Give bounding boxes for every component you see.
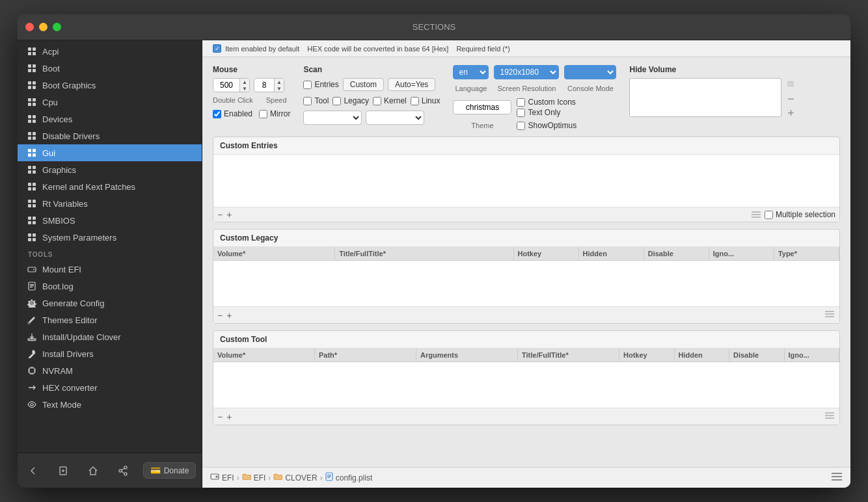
required-field-note: Required field (*) <box>456 45 510 53</box>
sidebar-item-nvram[interactable]: NVRAM <box>18 362 202 379</box>
new-doc-button[interactable] <box>53 461 73 481</box>
sidebar-item-text-mode[interactable]: Text Mode <box>18 396 202 413</box>
tool-plus-icon[interactable]: + <box>226 412 232 422</box>
theme-input[interactable] <box>453 100 511 114</box>
sidebar-item-rt-variables[interactable]: Rt Variables <box>18 195 202 212</box>
breadcrumb-efi-disk[interactable]: EFI <box>210 472 234 483</box>
sidebar-item-graphics[interactable]: Graphics <box>18 161 202 178</box>
sidebar-item-install-drivers[interactable]: Install Drivers <box>18 345 202 362</box>
multiple-selection-group[interactable]: Multiple selection <box>765 210 835 219</box>
grid-icon <box>27 165 37 175</box>
sidebar-item-gui[interactable]: Gui <box>18 144 202 161</box>
kernel-checkbox[interactable] <box>373 97 381 105</box>
plus-button[interactable]: + <box>784 107 797 120</box>
sidebar-item-boot-log[interactable]: Boot.log <box>18 278 202 295</box>
show-optimus-checkbox[interactable] <box>517 122 525 130</box>
sidebar-item-kernel[interactable]: Kernel and Kext Patches <box>18 178 202 195</box>
sidebar-item-install-clover[interactable]: Install/Update Clover <box>18 328 202 345</box>
sidebar-item-boot-graphics[interactable]: Boot Graphics <box>18 77 202 94</box>
scan-select1[interactable] <box>303 111 362 125</box>
spinbox-up[interactable]: ▲ <box>240 79 249 85</box>
sidebar-item-label: Boot.log <box>42 282 74 291</box>
sidebar-item-boot[interactable]: Boot <box>18 60 202 77</box>
mirror-checkbox-group[interactable]: Mirror <box>259 109 290 118</box>
resolution-select[interactable]: 1920x1080 <box>494 65 559 79</box>
share-button[interactable] <box>113 461 133 481</box>
breadcrumb-config-plist[interactable]: config.plist <box>325 472 373 483</box>
double-click-spinbox[interactable]: ▲ ▼ <box>213 78 250 92</box>
enabled-checkbox-group[interactable]: Enabled <box>213 109 252 118</box>
text-only-checkbox[interactable] <box>517 109 525 117</box>
disk-icon <box>210 472 219 483</box>
custom-icons-group[interactable]: Custom Icons <box>517 98 575 107</box>
custom-button[interactable]: Custom <box>343 78 384 91</box>
breadcrumb-clover-folder[interactable]: CLOVER <box>273 473 317 482</box>
speed-spinbox[interactable]: ▲ ▼ <box>254 78 284 92</box>
entries-group[interactable]: Entries <box>303 80 338 89</box>
custom-tool-table-header: Volume* Path* Arguments Title/FullTitle*… <box>213 349 839 362</box>
scan-select2[interactable] <box>366 111 424 125</box>
maximize-button[interactable] <box>53 23 61 31</box>
legacy-minus-icon[interactable]: − <box>217 310 223 321</box>
spinbox-down2[interactable]: ▼ <box>275 85 284 92</box>
mirror-checkbox[interactable] <box>259 110 267 118</box>
legacy-group[interactable]: Legacy <box>332 96 369 105</box>
speed-input[interactable] <box>254 79 274 91</box>
home-button[interactable] <box>83 461 103 481</box>
sidebar-item-mount-efi[interactable]: Mount EFI <box>18 261 202 278</box>
legacy-checkbox[interactable] <box>332 97 341 105</box>
tool-col-path: Path* <box>315 349 416 362</box>
entries-plus-icon[interactable]: + <box>226 209 232 220</box>
donate-button[interactable]: 💳 Donate <box>143 462 197 479</box>
text-only-group[interactable]: Text Only <box>517 108 575 117</box>
sidebar-item-smbios[interactable]: SMBIOS <box>18 212 202 229</box>
entries-checkbox[interactable] <box>303 81 312 89</box>
custom-entries-footer: − + Multiple selection <box>213 207 839 222</box>
paypal-icon: 💳 <box>150 466 161 475</box>
back-button[interactable] <box>23 461 43 481</box>
breadcrumb-efi-folder[interactable]: EFI <box>242 473 266 482</box>
sidebar-item-acpi[interactable]: Acpi <box>18 43 202 60</box>
console-mode-select[interactable] <box>564 65 616 79</box>
close-button[interactable] <box>25 23 34 31</box>
auto-yes-button[interactable]: Auto=Yes <box>388 78 435 91</box>
sidebar-item-themes-editor[interactable]: Themes Editor <box>18 311 202 328</box>
col-disable: Disable <box>644 247 709 260</box>
sidebar-item-disable-drivers[interactable]: Disable Drivers <box>18 127 202 144</box>
linux-checkbox[interactable] <box>411 97 419 105</box>
tool-group[interactable]: Tool <box>303 96 329 105</box>
sidebar: Acpi Boot Boot Graphics Cpu Devices <box>18 40 202 488</box>
sidebar-item-cpu[interactable]: Cpu <box>18 94 202 111</box>
minus-button[interactable]: − <box>784 92 797 105</box>
svg-rect-8 <box>29 368 34 373</box>
tool-checkbox[interactable] <box>303 97 312 105</box>
sidebar-item-generate-config[interactable]: Generate Config <box>18 295 202 311</box>
svg-point-6 <box>28 322 30 324</box>
sidebar-item-devices[interactable]: Devices <box>18 111 202 127</box>
linux-group[interactable]: Linux <box>411 96 441 105</box>
hide-volume-group: Hide Volume − + <box>629 65 797 120</box>
show-optimus-group[interactable]: ShowOptimus <box>517 121 576 130</box>
tool-minus-icon[interactable]: − <box>217 412 223 422</box>
spinbox-down[interactable]: ▼ <box>240 85 249 92</box>
spinbox-up2[interactable]: ▲ <box>275 79 284 85</box>
sidebar-item-label: Mount EFI <box>42 265 81 274</box>
main-content: Acpi Boot Boot Graphics Cpu Devices <box>18 40 850 488</box>
legacy-plus-icon[interactable]: + <box>226 310 232 321</box>
menu-icon[interactable] <box>831 472 843 484</box>
sidebar-item-hex-converter[interactable]: HEX converter <box>18 379 202 396</box>
sidebar-item-system-parameters[interactable]: System Parameters <box>18 229 202 246</box>
spinbox-arrows: ▲ ▼ <box>239 79 249 92</box>
multiple-selection-checkbox[interactable] <box>765 211 773 219</box>
drag-handle-icon <box>750 209 762 220</box>
entries-minus-icon[interactable]: − <box>217 209 223 220</box>
custom-icons-checkbox[interactable] <box>517 98 525 107</box>
top-bar: Item enabled by default HEX code will be… <box>202 40 850 57</box>
language-select[interactable]: en <box>453 65 489 79</box>
double-click-input[interactable] <box>213 79 239 91</box>
kernel-group[interactable]: Kernel <box>373 96 407 105</box>
minimize-button[interactable] <box>39 23 47 31</box>
enabled-checkbox[interactable] <box>213 110 221 118</box>
item-enabled-checkbox[interactable] <box>213 44 221 53</box>
sidebar-item-label: Boot <box>42 64 60 73</box>
